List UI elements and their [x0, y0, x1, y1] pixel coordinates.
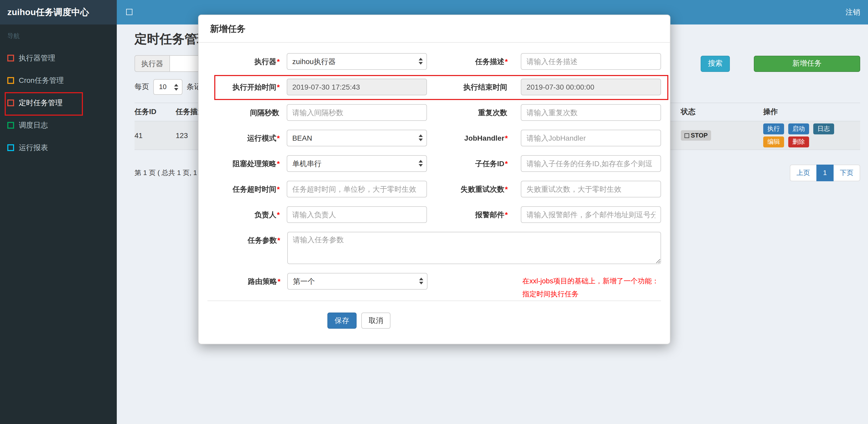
- owner-label: 负责人*: [208, 206, 286, 223]
- column-header-actions: 操作: [763, 103, 860, 121]
- sidebar: 导航 执行器管理 Cron任务管理 定时任务管理 调度日志 运行报表: [0, 25, 117, 424]
- timeout-label: 任务超时时间*: [208, 181, 286, 197]
- start-button[interactable]: 启动: [788, 124, 809, 134]
- run-mode-select[interactable]: BEAN: [286, 130, 427, 146]
- sidebar-item-dispatch-log[interactable]: 调度日志: [0, 114, 117, 136]
- select-arrows-icon: [174, 84, 178, 91]
- square-icon: [7, 55, 14, 62]
- sidebar-item-label: 执行器管理: [19, 54, 55, 63]
- child-jobid-label: 子任务ID*: [427, 155, 521, 172]
- sidebar-item-label: 运行报表: [19, 143, 48, 152]
- column-header-status: 状态: [681, 103, 763, 121]
- sidebar-item-label: Cron任务管理: [19, 76, 64, 85]
- sidebar-item-executor-manage[interactable]: 执行器管理: [0, 47, 117, 69]
- select-arrows-icon: [418, 134, 423, 141]
- add-task-modal: 新增任务 执行器* zuihou执行器 任务描述* 执行开始时间* 执行结束时间…: [198, 14, 671, 344]
- block-strategy-label: 阻塞处理策略*: [208, 155, 286, 172]
- sidebar-item-label: 定时任务管理: [19, 98, 63, 107]
- cell-job-id: 41: [134, 121, 176, 150]
- page-size-value: 10: [159, 83, 166, 91]
- save-button[interactable]: 保存: [328, 313, 356, 329]
- repeat-count-input[interactable]: [521, 104, 661, 121]
- modal-title: 新增任务: [210, 23, 658, 35]
- modal-body: 执行器* zuihou执行器 任务描述* 执行开始时间* 执行结束时间 间隔秒数…: [198, 43, 670, 344]
- block-strategy-select[interactable]: 单机串行: [286, 155, 427, 172]
- alarm-email-label: 报警邮件*: [427, 206, 521, 223]
- owner-input[interactable]: [286, 206, 427, 223]
- executor-select[interactable]: zuihou执行器: [286, 53, 427, 70]
- start-time-label: 执行开始时间*: [208, 79, 286, 95]
- retry-count-label: 失败重试次数*: [427, 181, 521, 197]
- run-button[interactable]: 执行: [763, 124, 784, 134]
- select-arrows-icon: [419, 278, 423, 284]
- log-button[interactable]: 日志: [813, 124, 834, 134]
- select-arrows-icon: [418, 160, 423, 167]
- start-time-input[interactable]: [286, 79, 427, 95]
- modal-header: 新增任务: [198, 15, 670, 43]
- child-jobid-input[interactable]: [521, 155, 661, 172]
- interval-label: 间隔秒数: [208, 104, 286, 121]
- next-page-button[interactable]: 下页: [834, 165, 860, 181]
- job-params-label: 任务参数*: [208, 232, 287, 264]
- prev-page-button[interactable]: 上页: [790, 165, 816, 181]
- current-page-button[interactable]: 1: [816, 165, 834, 181]
- square-icon: [7, 77, 14, 84]
- retry-count-input[interactable]: [521, 181, 661, 197]
- cancel-button[interactable]: 取消: [361, 313, 391, 329]
- alarm-email-input[interactable]: [521, 206, 661, 223]
- app: zuihou任务调度中心 注销 导航 执行器管理 Cron任务管理 定时任务管理…: [0, 0, 868, 424]
- pagination-summary: 第 1 页 ( 总共 1 页, 1: [134, 168, 197, 177]
- end-time-input[interactable]: [521, 79, 661, 95]
- edit-button[interactable]: 编辑: [763, 136, 784, 148]
- feature-note: 在xxl-jobs项目的基础上，新增了一个功能： 指定时间执行任务: [522, 273, 659, 290]
- page-size-prefix-label: 每页: [134, 82, 149, 92]
- status-badge: STOP: [681, 130, 711, 141]
- modal-actions: 保存 取消: [328, 313, 661, 344]
- route-strategy-select[interactable]: 第一个: [287, 273, 428, 290]
- job-desc-label: 任务描述*: [427, 53, 521, 70]
- sidebar-toggle-icon[interactable]: [126, 9, 132, 15]
- search-button[interactable]: 搜索: [701, 56, 730, 72]
- square-icon: [7, 122, 14, 129]
- route-strategy-label: 路由策略*: [208, 273, 287, 290]
- pagination: 上页 1 下页: [790, 165, 860, 181]
- square-icon: [684, 133, 689, 138]
- column-header-job-id: 任务ID: [134, 103, 176, 121]
- job-desc-input[interactable]: [521, 53, 661, 70]
- sidebar-item-timed-task-manage[interactable]: 定时任务管理: [0, 92, 117, 114]
- square-icon: [7, 99, 14, 106]
- repeat-count-label: 重复次数: [427, 104, 521, 121]
- timeout-input[interactable]: [286, 181, 427, 197]
- brand-title: zuihou任务调度中心: [0, 0, 117, 25]
- square-icon: [7, 144, 14, 151]
- page-size-select[interactable]: 10: [153, 79, 183, 95]
- job-params-textarea[interactable]: [287, 232, 661, 264]
- sidebar-item-cron-task-manage[interactable]: Cron任务管理: [0, 69, 117, 92]
- executor-label: 执行器*: [208, 53, 286, 70]
- sidebar-nav-header: 导航: [0, 25, 117, 47]
- sidebar-item-run-report[interactable]: 运行报表: [0, 136, 117, 159]
- logout-link[interactable]: 注销: [845, 0, 860, 25]
- delete-button[interactable]: 删除: [788, 136, 809, 148]
- jobhandler-input[interactable]: [521, 130, 661, 146]
- interval-input[interactable]: [286, 104, 427, 121]
- executor-filter-label: 执行器: [134, 55, 170, 72]
- jobhandler-label: JobHandler*: [427, 130, 521, 146]
- modal-divider: [208, 300, 661, 301]
- select-arrows-icon: [418, 58, 423, 65]
- run-mode-label: 运行模式*: [208, 130, 286, 146]
- end-time-label: 执行结束时间: [427, 79, 521, 95]
- sidebar-item-label: 调度日志: [19, 121, 48, 130]
- add-task-button[interactable]: 新增任务: [754, 56, 860, 72]
